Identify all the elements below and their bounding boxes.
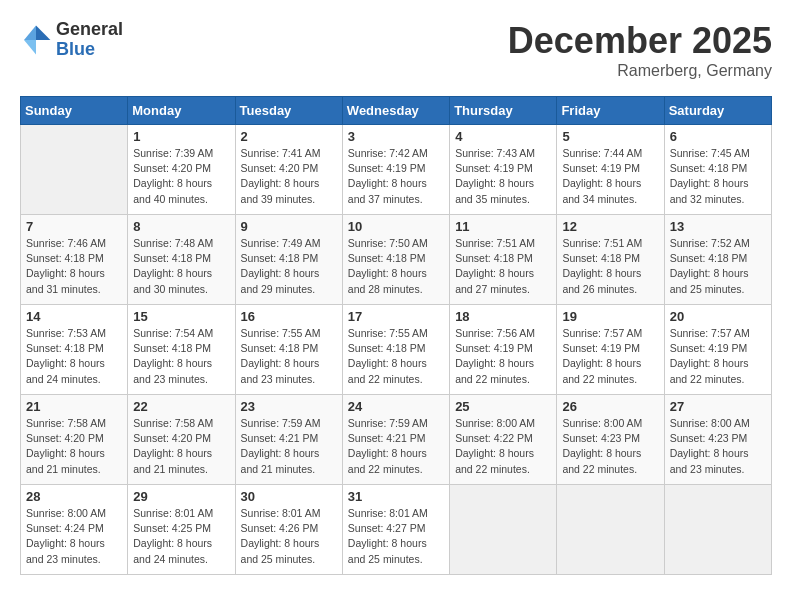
week-row-5: 28Sunrise: 8:00 AMSunset: 4:24 PMDayligh… — [21, 485, 772, 575]
day-number: 7 — [26, 219, 122, 234]
day-number: 23 — [241, 399, 337, 414]
header-day-wednesday: Wednesday — [342, 97, 449, 125]
day-info: Sunrise: 7:58 AMSunset: 4:20 PMDaylight:… — [26, 416, 122, 477]
day-number: 6 — [670, 129, 766, 144]
day-info: Sunrise: 7:55 AMSunset: 4:18 PMDaylight:… — [241, 326, 337, 387]
day-info: Sunrise: 7:46 AMSunset: 4:18 PMDaylight:… — [26, 236, 122, 297]
calendar-cell: 23Sunrise: 7:59 AMSunset: 4:21 PMDayligh… — [235, 395, 342, 485]
calendar-cell: 28Sunrise: 8:00 AMSunset: 4:24 PMDayligh… — [21, 485, 128, 575]
day-info: Sunrise: 7:48 AMSunset: 4:18 PMDaylight:… — [133, 236, 229, 297]
calendar-cell: 27Sunrise: 8:00 AMSunset: 4:23 PMDayligh… — [664, 395, 771, 485]
calendar-cell: 14Sunrise: 7:53 AMSunset: 4:18 PMDayligh… — [21, 305, 128, 395]
calendar-cell: 19Sunrise: 7:57 AMSunset: 4:19 PMDayligh… — [557, 305, 664, 395]
calendar-cell: 16Sunrise: 7:55 AMSunset: 4:18 PMDayligh… — [235, 305, 342, 395]
day-number: 9 — [241, 219, 337, 234]
day-number: 22 — [133, 399, 229, 414]
header: General Blue December 2025 Ramerberg, Ge… — [20, 20, 772, 80]
day-info: Sunrise: 7:54 AMSunset: 4:18 PMDaylight:… — [133, 326, 229, 387]
calendar-cell: 10Sunrise: 7:50 AMSunset: 4:18 PMDayligh… — [342, 215, 449, 305]
calendar-cell: 6Sunrise: 7:45 AMSunset: 4:18 PMDaylight… — [664, 125, 771, 215]
day-info: Sunrise: 8:00 AMSunset: 4:24 PMDaylight:… — [26, 506, 122, 567]
day-number: 14 — [26, 309, 122, 324]
calendar-cell: 7Sunrise: 7:46 AMSunset: 4:18 PMDaylight… — [21, 215, 128, 305]
day-info: Sunrise: 7:56 AMSunset: 4:19 PMDaylight:… — [455, 326, 551, 387]
day-info: Sunrise: 7:51 AMSunset: 4:18 PMDaylight:… — [562, 236, 658, 297]
day-info: Sunrise: 7:59 AMSunset: 4:21 PMDaylight:… — [241, 416, 337, 477]
header-row: SundayMondayTuesdayWednesdayThursdayFrid… — [21, 97, 772, 125]
calendar-cell: 18Sunrise: 7:56 AMSunset: 4:19 PMDayligh… — [450, 305, 557, 395]
day-info: Sunrise: 7:57 AMSunset: 4:19 PMDaylight:… — [670, 326, 766, 387]
calendar-cell: 5Sunrise: 7:44 AMSunset: 4:19 PMDaylight… — [557, 125, 664, 215]
header-day-friday: Friday — [557, 97, 664, 125]
svg-marker-1 — [24, 25, 36, 39]
day-number: 16 — [241, 309, 337, 324]
day-info: Sunrise: 8:01 AMSunset: 4:26 PMDaylight:… — [241, 506, 337, 567]
day-number: 10 — [348, 219, 444, 234]
header-day-saturday: Saturday — [664, 97, 771, 125]
day-number: 13 — [670, 219, 766, 234]
header-day-sunday: Sunday — [21, 97, 128, 125]
week-row-1: 1Sunrise: 7:39 AMSunset: 4:20 PMDaylight… — [21, 125, 772, 215]
calendar-cell: 2Sunrise: 7:41 AMSunset: 4:20 PMDaylight… — [235, 125, 342, 215]
calendar-cell: 24Sunrise: 7:59 AMSunset: 4:21 PMDayligh… — [342, 395, 449, 485]
calendar-cell — [557, 485, 664, 575]
week-row-3: 14Sunrise: 7:53 AMSunset: 4:18 PMDayligh… — [21, 305, 772, 395]
day-number: 3 — [348, 129, 444, 144]
svg-marker-2 — [24, 40, 36, 54]
header-day-thursday: Thursday — [450, 97, 557, 125]
logo: General Blue — [20, 20, 123, 60]
calendar-cell: 13Sunrise: 7:52 AMSunset: 4:18 PMDayligh… — [664, 215, 771, 305]
day-info: Sunrise: 7:57 AMSunset: 4:19 PMDaylight:… — [562, 326, 658, 387]
day-number: 20 — [670, 309, 766, 324]
header-day-monday: Monday — [128, 97, 235, 125]
calendar-cell: 29Sunrise: 8:01 AMSunset: 4:25 PMDayligh… — [128, 485, 235, 575]
day-number: 27 — [670, 399, 766, 414]
day-number: 24 — [348, 399, 444, 414]
day-number: 18 — [455, 309, 551, 324]
calendar-cell: 25Sunrise: 8:00 AMSunset: 4:22 PMDayligh… — [450, 395, 557, 485]
day-info: Sunrise: 7:58 AMSunset: 4:20 PMDaylight:… — [133, 416, 229, 477]
title-area: December 2025 Ramerberg, Germany — [508, 20, 772, 80]
header-day-tuesday: Tuesday — [235, 97, 342, 125]
day-info: Sunrise: 7:52 AMSunset: 4:18 PMDaylight:… — [670, 236, 766, 297]
day-number: 5 — [562, 129, 658, 144]
day-number: 25 — [455, 399, 551, 414]
day-info: Sunrise: 7:50 AMSunset: 4:18 PMDaylight:… — [348, 236, 444, 297]
day-info: Sunrise: 8:01 AMSunset: 4:25 PMDaylight:… — [133, 506, 229, 567]
logo-general-text: General — [56, 20, 123, 40]
day-number: 11 — [455, 219, 551, 234]
location: Ramerberg, Germany — [508, 62, 772, 80]
calendar-body: 1Sunrise: 7:39 AMSunset: 4:20 PMDaylight… — [21, 125, 772, 575]
day-number: 17 — [348, 309, 444, 324]
calendar-cell: 9Sunrise: 7:49 AMSunset: 4:18 PMDaylight… — [235, 215, 342, 305]
day-info: Sunrise: 7:42 AMSunset: 4:19 PMDaylight:… — [348, 146, 444, 207]
day-info: Sunrise: 7:44 AMSunset: 4:19 PMDaylight:… — [562, 146, 658, 207]
calendar-cell: 26Sunrise: 8:00 AMSunset: 4:23 PMDayligh… — [557, 395, 664, 485]
day-info: Sunrise: 7:59 AMSunset: 4:21 PMDaylight:… — [348, 416, 444, 477]
day-number: 30 — [241, 489, 337, 504]
logo-blue-text: Blue — [56, 40, 123, 60]
calendar-header: SundayMondayTuesdayWednesdayThursdayFrid… — [21, 97, 772, 125]
calendar-cell — [450, 485, 557, 575]
calendar-cell — [664, 485, 771, 575]
calendar-cell: 22Sunrise: 7:58 AMSunset: 4:20 PMDayligh… — [128, 395, 235, 485]
day-info: Sunrise: 8:00 AMSunset: 4:23 PMDaylight:… — [562, 416, 658, 477]
month-title: December 2025 — [508, 20, 772, 62]
calendar-cell: 1Sunrise: 7:39 AMSunset: 4:20 PMDaylight… — [128, 125, 235, 215]
day-number: 21 — [26, 399, 122, 414]
day-info: Sunrise: 7:39 AMSunset: 4:20 PMDaylight:… — [133, 146, 229, 207]
day-number: 29 — [133, 489, 229, 504]
day-info: Sunrise: 7:53 AMSunset: 4:18 PMDaylight:… — [26, 326, 122, 387]
logo-icon — [20, 24, 52, 56]
logo-text: General Blue — [56, 20, 123, 60]
day-number: 19 — [562, 309, 658, 324]
day-info: Sunrise: 7:43 AMSunset: 4:19 PMDaylight:… — [455, 146, 551, 207]
week-row-4: 21Sunrise: 7:58 AMSunset: 4:20 PMDayligh… — [21, 395, 772, 485]
calendar-cell: 4Sunrise: 7:43 AMSunset: 4:19 PMDaylight… — [450, 125, 557, 215]
day-info: Sunrise: 7:45 AMSunset: 4:18 PMDaylight:… — [670, 146, 766, 207]
day-number: 4 — [455, 129, 551, 144]
calendar-cell: 3Sunrise: 7:42 AMSunset: 4:19 PMDaylight… — [342, 125, 449, 215]
day-number: 2 — [241, 129, 337, 144]
day-number: 1 — [133, 129, 229, 144]
day-number: 31 — [348, 489, 444, 504]
